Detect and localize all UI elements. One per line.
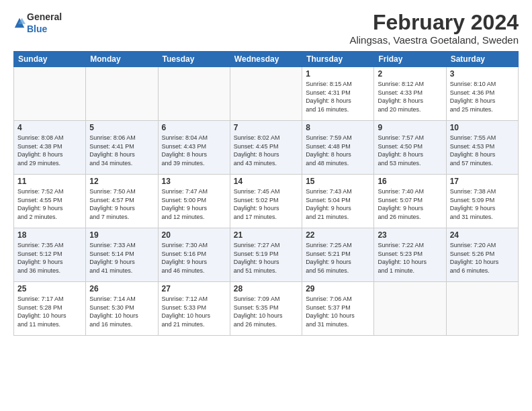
day-number: 13 <box>162 177 226 186</box>
col-saturday: Saturday <box>446 52 518 67</box>
col-wednesday: Wednesday <box>230 52 302 67</box>
day-info: Sunrise: 7:47 AMSunset: 5:00 PMDaylight:… <box>162 187 226 221</box>
day-info: Sunrise: 7:45 AMSunset: 5:02 PMDaylight:… <box>234 187 298 221</box>
day-info: Sunrise: 7:50 AMSunset: 4:57 PMDaylight:… <box>89 187 154 221</box>
day-info: Sunrise: 8:06 AMSunset: 4:41 PMDaylight:… <box>89 134 154 167</box>
table-row: 3Sunrise: 8:10 AMSunset: 4:36 PMDaylight… <box>446 67 518 121</box>
table-row: 22Sunrise: 7:25 AMSunset: 5:21 PMDayligh… <box>302 228 374 282</box>
day-number: 3 <box>450 69 515 79</box>
day-number: 4 <box>17 123 82 132</box>
day-number: 21 <box>234 230 298 240</box>
day-info: Sunrise: 7:25 AMSunset: 5:21 PMDaylight:… <box>306 241 370 275</box>
day-info: Sunrise: 7:06 AMSunset: 5:37 PMDaylight:… <box>306 295 370 328</box>
calendar-week-row: 1Sunrise: 8:15 AMSunset: 4:31 PMDaylight… <box>14 67 519 121</box>
table-row: 4Sunrise: 8:08 AMSunset: 4:38 PMDaylight… <box>14 121 86 175</box>
day-number: 20 <box>162 230 226 240</box>
calendar-week-row: 11Sunrise: 7:52 AMSunset: 4:55 PMDayligh… <box>14 175 519 228</box>
day-number: 6 <box>162 123 226 132</box>
table-row: 8Sunrise: 7:59 AMSunset: 4:48 PMDaylight… <box>302 121 374 175</box>
day-number: 10 <box>450 123 515 132</box>
col-thursday: Thursday <box>302 52 374 67</box>
calendar-week-row: 4Sunrise: 8:08 AMSunset: 4:38 PMDaylight… <box>14 121 519 175</box>
table-row: 10Sunrise: 7:55 AMSunset: 4:53 PMDayligh… <box>446 121 518 175</box>
calendar-week-row: 25Sunrise: 7:17 AMSunset: 5:28 PMDayligh… <box>14 282 519 336</box>
day-info: Sunrise: 7:17 AMSunset: 5:28 PMDaylight:… <box>17 295 82 328</box>
table-row: 16Sunrise: 7:40 AMSunset: 5:07 PMDayligh… <box>374 175 446 228</box>
day-info: Sunrise: 8:04 AMSunset: 4:43 PMDaylight:… <box>162 134 226 167</box>
day-info: Sunrise: 7:20 AMSunset: 5:26 PMDaylight:… <box>450 241 515 275</box>
sub-title: Alingsas, Vaestra Goetaland, Sweden <box>349 34 519 46</box>
calendar-header-row: Sunday Monday Tuesday Wednesday Thursday… <box>14 52 519 67</box>
day-info: Sunrise: 7:35 AMSunset: 5:12 PMDaylight:… <box>17 241 82 275</box>
day-number: 29 <box>306 284 370 293</box>
day-number: 18 <box>17 230 82 240</box>
table-row: 5Sunrise: 8:06 AMSunset: 4:41 PMDaylight… <box>86 121 158 175</box>
day-number: 12 <box>89 177 154 186</box>
day-info: Sunrise: 7:27 AMSunset: 5:19 PMDaylight:… <box>234 241 298 275</box>
main-title: February 2024 <box>349 11 519 34</box>
table-row: 17Sunrise: 7:38 AMSunset: 5:09 PMDayligh… <box>446 175 518 228</box>
day-info: Sunrise: 7:09 AMSunset: 5:35 PMDaylight:… <box>234 295 298 328</box>
col-friday: Friday <box>374 52 446 67</box>
table-row: 14Sunrise: 7:45 AMSunset: 5:02 PMDayligh… <box>230 175 302 228</box>
day-number: 25 <box>17 284 82 293</box>
day-number: 16 <box>378 177 442 186</box>
table-row: 11Sunrise: 7:52 AMSunset: 4:55 PMDayligh… <box>14 175 86 228</box>
table-row <box>374 282 446 336</box>
day-number: 8 <box>306 123 370 132</box>
calendar: Sunday Monday Tuesday Wednesday Thursday… <box>13 51 519 336</box>
col-sunday: Sunday <box>14 52 86 67</box>
col-monday: Monday <box>86 52 158 67</box>
day-number: 26 <box>89 284 154 293</box>
table-row: 24Sunrise: 7:20 AMSunset: 5:26 PMDayligh… <box>446 228 518 282</box>
day-info: Sunrise: 7:38 AMSunset: 5:09 PMDaylight:… <box>450 187 515 221</box>
table-row: 15Sunrise: 7:43 AMSunset: 5:04 PMDayligh… <box>302 175 374 228</box>
table-row: 27Sunrise: 7:12 AMSunset: 5:33 PMDayligh… <box>158 282 230 336</box>
table-row: 7Sunrise: 8:02 AMSunset: 4:45 PMDaylight… <box>230 121 302 175</box>
table-row: 29Sunrise: 7:06 AMSunset: 5:37 PMDayligh… <box>302 282 374 336</box>
day-number: 28 <box>234 284 298 293</box>
table-row: 20Sunrise: 7:30 AMSunset: 5:16 PMDayligh… <box>158 228 230 282</box>
logo-icon <box>13 17 26 29</box>
day-info: Sunrise: 7:22 AMSunset: 5:23 PMDaylight:… <box>378 241 442 275</box>
table-row: 21Sunrise: 7:27 AMSunset: 5:19 PMDayligh… <box>230 228 302 282</box>
calendar-week-row: 18Sunrise: 7:35 AMSunset: 5:12 PMDayligh… <box>14 228 519 282</box>
day-info: Sunrise: 7:33 AMSunset: 5:14 PMDaylight:… <box>89 241 154 275</box>
table-row: 19Sunrise: 7:33 AMSunset: 5:14 PMDayligh… <box>86 228 158 282</box>
table-row <box>158 67 230 121</box>
table-row: 1Sunrise: 8:15 AMSunset: 4:31 PMDaylight… <box>302 67 374 121</box>
day-info: Sunrise: 7:55 AMSunset: 4:53 PMDaylight:… <box>450 134 515 167</box>
table-row: 13Sunrise: 7:47 AMSunset: 5:00 PMDayligh… <box>158 175 230 228</box>
day-number: 19 <box>89 230 154 240</box>
day-number: 9 <box>378 123 442 132</box>
table-row: 23Sunrise: 7:22 AMSunset: 5:23 PMDayligh… <box>374 228 446 282</box>
day-info: Sunrise: 8:08 AMSunset: 4:38 PMDaylight:… <box>17 134 82 167</box>
day-number: 15 <box>306 177 370 186</box>
day-number: 27 <box>162 284 226 293</box>
header: General Blue February 2024 Alingsas, Vae… <box>13 11 519 46</box>
day-number: 17 <box>450 177 515 186</box>
table-row: 26Sunrise: 7:14 AMSunset: 5:30 PMDayligh… <box>86 282 158 336</box>
table-row: 12Sunrise: 7:50 AMSunset: 4:57 PMDayligh… <box>86 175 158 228</box>
logo: General Blue <box>13 11 62 35</box>
day-info: Sunrise: 8:15 AMSunset: 4:31 PMDaylight:… <box>306 80 370 113</box>
table-row: 18Sunrise: 7:35 AMSunset: 5:12 PMDayligh… <box>14 228 86 282</box>
day-number: 5 <box>89 123 154 132</box>
day-info: Sunrise: 7:59 AMSunset: 4:48 PMDaylight:… <box>306 134 370 167</box>
day-number: 14 <box>234 177 298 186</box>
day-info: Sunrise: 7:14 AMSunset: 5:30 PMDaylight:… <box>89 295 154 328</box>
day-info: Sunrise: 8:12 AMSunset: 4:33 PMDaylight:… <box>378 80 442 113</box>
col-tuesday: Tuesday <box>158 52 230 67</box>
logo-text: General Blue <box>27 11 62 35</box>
table-row <box>446 282 518 336</box>
day-info: Sunrise: 8:02 AMSunset: 4:45 PMDaylight:… <box>234 134 298 167</box>
table-row <box>230 67 302 121</box>
table-row <box>14 67 86 121</box>
day-number: 23 <box>378 230 442 240</box>
day-info: Sunrise: 7:52 AMSunset: 4:55 PMDaylight:… <box>17 187 82 221</box>
table-row: 9Sunrise: 7:57 AMSunset: 4:50 PMDaylight… <box>374 121 446 175</box>
day-info: Sunrise: 7:30 AMSunset: 5:16 PMDaylight:… <box>162 241 226 275</box>
day-info: Sunrise: 7:43 AMSunset: 5:04 PMDaylight:… <box>306 187 370 221</box>
table-row: 6Sunrise: 8:04 AMSunset: 4:43 PMDaylight… <box>158 121 230 175</box>
day-number: 7 <box>234 123 298 132</box>
